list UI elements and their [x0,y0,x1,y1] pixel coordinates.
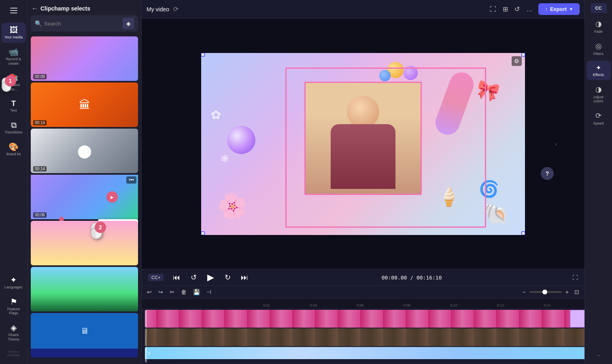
hamburger-menu[interactable] [6,3,21,18]
rewind-button[interactable]: ↺ [187,271,200,284]
play-pause-button[interactable]: ▶ [204,271,217,284]
effects-icon: ✦ [596,64,601,72]
sidebar-item-brand-kit[interactable]: 🎨 Brand kit [2,140,26,160]
redo-button[interactable]: ↪ [156,288,165,296]
rotate-button[interactable]: ↺ [513,4,521,15]
ruler-tick-0-12: 0:12 [497,303,504,307]
ruler-tick-0-8: 0:08 [404,303,411,307]
track-handle-left[interactable] [145,310,147,328]
zoom-in-button[interactable]: + [563,288,571,296]
diamond-button[interactable]: ◆ [123,18,134,29]
track-audio-handle-left[interactable] [145,347,147,362]
more-button[interactable]: … [525,4,534,15]
canvas-settings-button[interactable]: ⚙ [512,56,522,66]
more-options-button[interactable]: ••• [126,176,136,184]
skip-to-start-button[interactable]: ⏮ [170,271,183,284]
sidebar-item-label-your-media: Your media [4,35,23,40]
media-item-swirl[interactable]: 00:08 [31,36,138,81]
timeline-ruler: 0:02 0:04 0:06 0:08 0:10 0:12 0:14 0:16 … [142,298,584,308]
person-video-frame [304,82,422,195]
fast-forward-button[interactable]: ↻ [221,271,234,284]
right-panel-fade[interactable]: ◑ Fade [586,16,611,37]
topbar-controls: ⛶ ⊞ ↺ … [488,4,534,15]
media-item-sphere[interactable]: ⬤ 00:14 [31,129,138,173]
media-item-desktop[interactable]: 🖥 [31,313,138,358]
track-video-handle-left[interactable] [145,328,147,346]
sidebar-item-languages[interactable]: ✦ Languages [2,273,26,293]
right-panel-filters-label: Filters [593,52,604,56]
track-overlay-segment[interactable] [570,310,584,328]
right-panel-collapse-arrow[interactable]: ‹ [555,141,557,147]
right-panel-effects[interactable]: ✦ Effects [586,61,611,80]
brand-kit-icon: 🎨 [8,143,19,151]
media-duration-aurora: 00:06 [33,212,47,218]
sidebar-item-label-feature-flags: Feature Flags [3,307,24,316]
sidebar-item-record-create[interactable]: 📹 Record &create [2,44,26,69]
zoom-slider-thumb[interactable] [542,290,547,294]
save-button[interactable]: 💾 [191,288,202,296]
main-area: My video ⟳ ⛶ ⊞ ↺ … ↑ Export ▼ [142,0,584,364]
track-audio[interactable]: ⏸ ⏸ [145,347,584,362]
adjust-colors-icon: ◑ [595,85,602,94]
captions-button[interactable]: CC [591,3,607,13]
zoom-slider[interactable] [529,291,562,293]
sidebar-item-text[interactable]: T Text [2,97,26,116]
panel-title: Clipchamp selects [40,5,90,12]
track-video[interactable] [145,328,584,346]
zoom-out-button[interactable]: − [521,288,528,296]
canvas-handle-bottom-right[interactable] [521,231,525,235]
canvas-handle-top-left[interactable] [201,53,205,57]
back-button[interactable]: ← [32,5,38,12]
fullscreen-button[interactable]: ⛶ [572,274,578,281]
play-indicator: ▶ [106,191,118,203]
canvas-handle-top-right[interactable] [521,53,525,57]
track-overlay[interactable] [145,310,584,328]
search-bar: 🔍 ◆ [31,15,138,32]
media-item-arch[interactable]: 🏛 00:14 [31,83,138,127]
delete-button[interactable]: 🗑 [179,288,189,296]
speed-icon: ⟳ [595,111,601,120]
languages-icon: ✦ [10,276,17,284]
skip-to-end-button[interactable]: ⏭ [238,271,251,284]
right-panel-fade-label: Fade [594,30,603,34]
export-button[interactable]: ↑ Export ▼ [538,3,580,15]
media-item-windows[interactable] [31,267,138,311]
cut-button[interactable]: ✂ [168,288,176,296]
right-panel-adjust-colors[interactable]: ◑ Adjustcolors [586,82,611,106]
right-panel-speed[interactable]: ⟳ Speed [586,108,611,129]
sidebar-item-label-fluent-theme: Fluent Theme [3,333,24,342]
canvas-handle-bottom-left[interactable] [201,231,205,235]
content-library-icon: 📚 [8,74,19,82]
sync-icon: ⟳ [173,5,178,13]
fade-icon: ◑ [595,19,602,28]
undo-button[interactable]: ↩ [145,288,154,296]
split-button[interactable]: ⊣ [204,288,213,296]
text-icon: T [11,100,16,107]
sidebar-item-feature-flags[interactable]: ⚑ Feature Flags [2,294,26,319]
sidebar-item-label-transitions: Transitions [5,130,23,135]
media-item-pink-sky[interactable] [31,221,138,265]
captions-toggle-button[interactable]: CC+ [148,274,164,281]
sidebar-item-label-languages: Languages [4,285,23,290]
crop-button[interactable]: ⛶ [488,4,498,15]
sidebar-item-label-record-create: Record &create [6,57,21,66]
transitions-icon: ⧉ [11,121,17,129]
media-item-aurora[interactable]: 00:06 ••• Add to timeline ▶ 🖱️ 2 [31,175,138,219]
ruler-tick-0-2: 0:02 [263,303,270,307]
timeline-area: CC+ ⏮ ↺ ▶ ↻ ⏭ 00:00.00 / 00:16:10 ⛶ ↩ ↪ … [142,269,584,364]
sidebar-item-transitions[interactable]: ⧉ Transitions [2,118,26,138]
right-panel-filters[interactable]: ◎ Filters [586,38,611,59]
timeline-toolbar: ↩ ↪ ✂ 🗑 💾 ⊣ − + ⊡ [142,286,584,298]
sidebar-item-content-library[interactable]: 📚 Contentlibr... 🖱️ 1 [2,70,26,95]
sidebar-item-label-text: Text [10,108,17,113]
help-button[interactable]: ? [541,167,554,180]
time-display: 00:00.00 / 00:16:10 [257,275,566,281]
search-input[interactable] [44,21,120,27]
sidebar-item-fluent-theme[interactable]: ◈ Fluent Theme [2,320,26,345]
fit-timeline-button[interactable]: ⊡ [572,288,581,296]
media-panel-header: ← Clipchamp selects [28,0,141,15]
sidebar-item-your-media[interactable]: 🖼 Your media [2,23,26,43]
right-panel-collapse[interactable]: ⌄ [593,348,604,361]
resize-button[interactable]: ⊞ [501,4,510,15]
video-canvas: 🌸 🐚 🌀 🎀 ✿ ❋ 🍦 [201,53,525,235]
